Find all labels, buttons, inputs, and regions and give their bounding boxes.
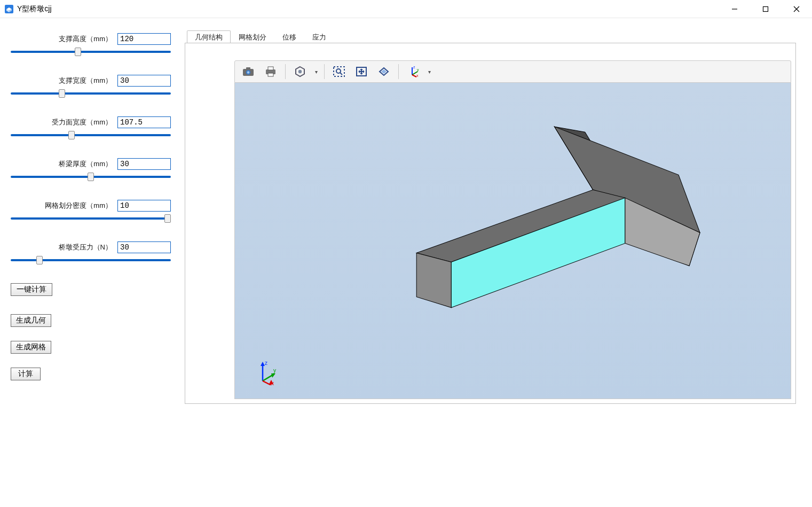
axis-z-label: z bbox=[265, 360, 267, 366]
svg-line-22 bbox=[412, 75, 416, 77]
svg-marker-42 bbox=[261, 362, 265, 366]
axes-toggle-dropdown[interactable]: ▾ bbox=[425, 69, 433, 75]
parameter-panel: 支撑高度（mm） 支撑宽度（mm） 受力面宽度（mm） bbox=[0, 18, 182, 507]
mesh-density-slider[interactable] bbox=[11, 215, 171, 222]
svg-rect-2 bbox=[763, 6, 768, 11]
window-controls bbox=[719, 0, 812, 18]
tab-mesh[interactable]: 网格划分 bbox=[231, 30, 274, 43]
viewport-frame: ▾ bbox=[185, 43, 796, 404]
beam-thickness-input[interactable] bbox=[117, 158, 171, 170]
support-width-slider[interactable] bbox=[11, 90, 171, 97]
svg-text:y: y bbox=[417, 68, 419, 72]
support-width-input[interactable] bbox=[117, 75, 171, 87]
param-label: 支撑高度（mm） bbox=[59, 34, 112, 44]
param-label: 网格划分密度（mm） bbox=[45, 201, 112, 210]
param-force-face-width: 受力面宽度（mm） bbox=[11, 116, 171, 139]
svg-rect-11 bbox=[268, 73, 273, 76]
pier-pressure-input[interactable] bbox=[117, 241, 171, 253]
minimize-button[interactable] bbox=[719, 0, 750, 18]
force-face-width-slider[interactable] bbox=[11, 131, 171, 139]
param-label: 支撑宽度（mm） bbox=[59, 76, 112, 85]
fit-view-icon[interactable] bbox=[351, 63, 372, 80]
axes-toggle-icon[interactable]: z y x bbox=[403, 63, 423, 80]
force-face-width-input[interactable] bbox=[117, 116, 171, 128]
axis-y-label: y bbox=[273, 368, 276, 373]
param-label: 受力面宽度（mm） bbox=[52, 118, 112, 127]
param-support-width: 支撑宽度（mm） bbox=[11, 75, 171, 97]
svg-point-8 bbox=[247, 71, 249, 73]
tab-geometry[interactable]: 几何结构 bbox=[187, 30, 231, 43]
rotate-view-icon[interactable] bbox=[374, 63, 394, 80]
param-support-height: 支撑高度（mm） bbox=[11, 33, 171, 56]
mesh-density-input[interactable] bbox=[117, 200, 171, 212]
camera-icon[interactable] bbox=[238, 63, 258, 80]
svg-rect-14 bbox=[334, 67, 344, 76]
iso-view-icon[interactable] bbox=[290, 63, 310, 80]
viewport-area: 几何结构 网格划分 位移 应力 bbox=[182, 18, 812, 507]
zoom-window-icon[interactable] bbox=[329, 63, 349, 80]
axis-x-label: x bbox=[271, 380, 274, 385]
svg-point-15 bbox=[336, 69, 341, 73]
param-mesh-density: 网格划分密度（mm） bbox=[11, 200, 171, 222]
support-height-slider[interactable] bbox=[11, 48, 171, 56]
svg-text:z: z bbox=[413, 66, 415, 69]
svg-rect-6 bbox=[246, 67, 250, 69]
generate-geometry-button[interactable]: 生成几何 bbox=[11, 314, 51, 327]
pier-pressure-slider[interactable] bbox=[11, 256, 171, 264]
tab-displacement[interactable]: 位移 bbox=[274, 30, 304, 43]
app-icon bbox=[4, 4, 14, 14]
support-height-input[interactable] bbox=[117, 33, 171, 45]
svg-marker-44 bbox=[271, 373, 275, 378]
tab-stress[interactable]: 应力 bbox=[304, 30, 334, 43]
param-label: 桥墩受压力（N） bbox=[59, 243, 112, 252]
param-beam-thickness: 桥梁厚度（mm） bbox=[11, 158, 171, 181]
axis-indicator: z y x bbox=[255, 360, 279, 387]
printer-icon[interactable] bbox=[261, 63, 281, 80]
one-click-compute-button[interactable]: 一键计算 bbox=[11, 283, 52, 296]
svg-point-13 bbox=[298, 70, 302, 73]
close-button[interactable] bbox=[781, 0, 812, 18]
titlebar: Y型桥墩cjj bbox=[0, 0, 812, 18]
param-pier-pressure: 桥墩受压力（N） bbox=[11, 241, 171, 264]
window-title: Y型桥墩cjj bbox=[17, 4, 52, 14]
3d-canvas[interactable]: z y x bbox=[234, 83, 791, 399]
maximize-button[interactable] bbox=[750, 0, 781, 18]
param-label: 桥梁厚度（mm） bbox=[59, 159, 112, 169]
generate-mesh-button[interactable]: 生成网格 bbox=[11, 341, 51, 354]
iso-view-dropdown[interactable]: ▾ bbox=[312, 69, 320, 75]
tabstrip: 几何结构 网格划分 位移 应力 bbox=[185, 30, 796, 43]
beam-thickness-slider[interactable] bbox=[11, 173, 171, 181]
svg-line-16 bbox=[340, 73, 342, 75]
viewport-toolbar: ▾ bbox=[234, 60, 791, 83]
svg-rect-10 bbox=[268, 67, 273, 70]
svg-text:x: x bbox=[416, 74, 419, 77]
compute-button[interactable]: 计算 bbox=[11, 368, 41, 380]
svg-marker-38 bbox=[416, 253, 451, 308]
